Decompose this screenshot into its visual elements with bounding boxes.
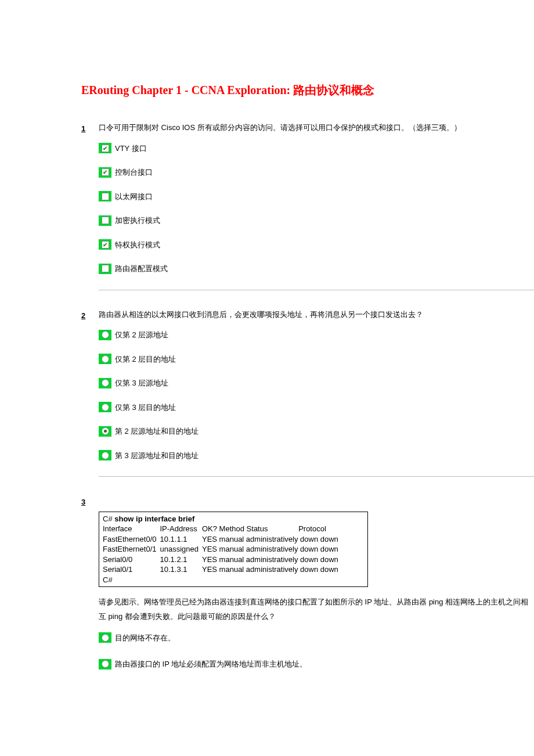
radio[interactable]: [102, 452, 109, 459]
radio-highlight: [99, 426, 111, 437]
cell: Serial0/1: [103, 564, 160, 575]
option-row: 路由器接口的 IP 地址必须配置为网络地址而非主机地址。: [99, 658, 534, 670]
checkbox-highlight: [99, 264, 111, 274]
option-label: 仅第 3 层目的地址: [115, 402, 176, 413]
checkbox-highlight: [99, 215, 111, 226]
cell: unassigned: [160, 544, 203, 555]
table-row: Interface IP-Address OK? Method Status P…: [103, 524, 342, 534]
checkbox-highlight: [99, 239, 111, 250]
question-3: 3: [81, 495, 534, 508]
option-label: 以太网接口: [115, 191, 153, 203]
question-text: 请参见图示。网络管理员已经为路由器连接到直连网络的接口配置了如图所示的 IP 地…: [99, 595, 534, 624]
table-row: FastEthernet0/0 10.1.1.1 YES manual admi…: [103, 534, 342, 545]
option-row: 以太网接口: [99, 191, 534, 203]
radio-highlight: [99, 354, 111, 364]
cell: Serial0/0: [103, 555, 160, 565]
option-row: 目的网络不存在。: [99, 632, 534, 644]
radio-highlight: [99, 330, 111, 340]
option-label: VTY 接口: [115, 143, 147, 154]
checkbox[interactable]: [102, 145, 109, 152]
checkbox[interactable]: [102, 241, 109, 249]
cli-table: Interface IP-Address OK? Method Status P…: [103, 524, 342, 575]
col-interface: Interface: [103, 524, 160, 534]
radio-highlight: [99, 402, 111, 412]
option-label: 第 2 层源地址和目的地址: [115, 426, 199, 437]
option-label: 仅第 2 层源地址: [115, 329, 168, 341]
cli-output-box: C# show ip interface brief Interface IP-…: [99, 512, 368, 588]
radio[interactable]: [102, 427, 109, 435]
option-label: 加密执行模式: [115, 215, 160, 226]
question-number: 1: [81, 122, 99, 135]
option-label: 仅第 2 层目的地址: [115, 354, 176, 365]
cell: YES manual administratively down down: [202, 534, 342, 545]
cell: YES manual administratively down down: [202, 555, 342, 565]
radio-highlight: [99, 378, 111, 388]
cell: FastEthernet0/0: [103, 534, 160, 545]
question-text: 路由器从相连的以太网接口收到消息后，会更改哪项报头地址，再将消息从另一个接口发送…: [99, 309, 534, 321]
radio[interactable]: [102, 331, 109, 339]
cell: FastEthernet0/1: [103, 544, 160, 555]
question-1-options: VTY 接口 控制台接口 以太网接口 加密执行模式 特权执行模式 路由器配置模式: [99, 143, 534, 290]
checkbox[interactable]: [102, 168, 109, 176]
radio-highlight: [99, 632, 111, 643]
cell: YES manual administratively down down: [202, 544, 342, 555]
cell: 10.1.3.1: [160, 564, 203, 575]
radio[interactable]: [102, 660, 109, 668]
col-protocol: Protocol: [298, 524, 342, 534]
option-label: 路由器接口的 IP 地址必须配置为网络地址而非主机地址。: [115, 658, 307, 670]
cell: YES manual administratively down down: [202, 564, 342, 575]
option-row: 特权执行模式: [99, 239, 534, 251]
option-label: 特权执行模式: [115, 239, 160, 251]
option-row: 加密执行模式: [99, 215, 534, 226]
question-3-options: 目的网络不存在。 路由器接口的 IP 地址必须配置为网络地址而非主机地址。: [99, 632, 534, 670]
col-status: OK? Method Status: [202, 524, 298, 534]
option-row: 第 2 层源地址和目的地址: [99, 426, 534, 437]
option-row: 控制台接口: [99, 167, 534, 178]
cell: 10.1.2.1: [160, 555, 203, 565]
radio-highlight: [99, 659, 111, 669]
option-label: 目的网络不存在。: [115, 632, 175, 644]
checkbox-highlight: [99, 143, 111, 153]
question-text: 口令可用于限制对 Cisco IOS 所有或部分内容的访问。请选择可以用口令保护…: [99, 122, 534, 134]
checkbox[interactable]: [102, 193, 109, 200]
option-row: 路由器配置模式: [99, 263, 534, 275]
checkbox-highlight: [99, 167, 111, 178]
page-title: ERouting Chapter 1 - CCNA Exploration: 路…: [81, 81, 534, 99]
option-row: VTY 接口: [99, 143, 534, 154]
option-row: 仅第 2 层目的地址: [99, 354, 534, 365]
question-number: 2: [81, 309, 99, 322]
checkbox-highlight: [99, 191, 111, 201]
cell: 10.1.1.1: [160, 534, 203, 545]
radio-highlight: [99, 450, 111, 460]
option-label: 路由器配置模式: [115, 263, 168, 275]
option-row: 第 3 层源地址和目的地址: [99, 450, 534, 462]
table-row: Serial0/0 10.1.2.1 YES manual administra…: [103, 555, 342, 565]
radio[interactable]: [102, 355, 109, 363]
checkbox[interactable]: [102, 265, 109, 272]
option-label: 第 3 层源地址和目的地址: [115, 450, 199, 462]
question-2-options: 仅第 2 层源地址 仅第 2 层目的地址 仅第 3 层源地址 仅第 3 层目的地…: [99, 329, 534, 477]
table-row: FastEthernet0/1 unassigned YES manual ad…: [103, 544, 342, 555]
cli-prompt: C#: [103, 575, 364, 585]
question-2: 2 路由器从相连的以太网接口收到消息后，会更改哪项报头地址，再将消息从另一个接口…: [81, 309, 534, 477]
option-label: 仅第 3 层源地址: [115, 377, 168, 389]
radio[interactable]: [102, 404, 109, 411]
col-ip: IP-Address: [160, 524, 203, 534]
option-row: 仅第 2 层源地址: [99, 329, 534, 341]
radio[interactable]: [102, 379, 109, 387]
question-number: 3: [81, 495, 99, 508]
checkbox[interactable]: [102, 217, 109, 224]
question-1: 1 口令可用于限制对 Cisco IOS 所有或部分内容的访问。请选择可以用口令…: [81, 122, 534, 290]
option-row: 仅第 3 层目的地址: [99, 402, 534, 413]
cli-prompt: C#: [103, 514, 114, 523]
radio[interactable]: [102, 634, 109, 642]
option-label: 控制台接口: [115, 167, 153, 178]
cli-command: show ip interface brief: [114, 514, 194, 523]
option-row: 仅第 3 层源地址: [99, 377, 534, 389]
table-row: Serial0/1 10.1.3.1 YES manual administra…: [103, 564, 342, 575]
